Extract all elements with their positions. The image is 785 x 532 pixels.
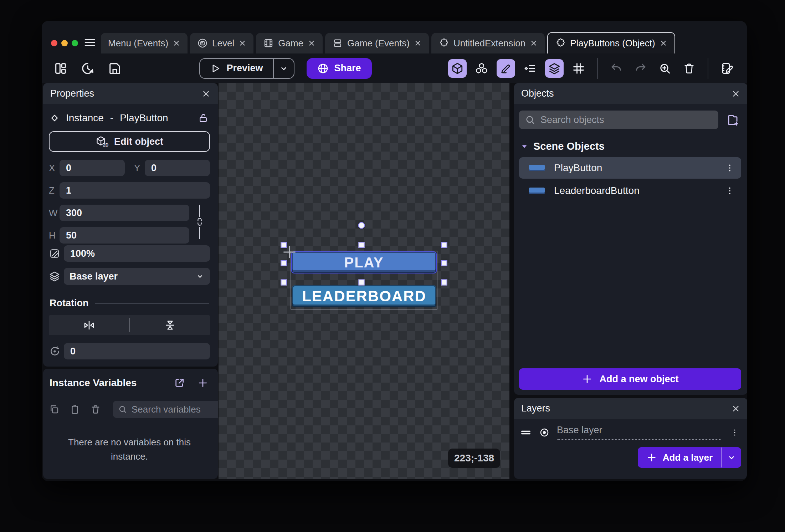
add-layer-main[interactable]: Add a layer: [638, 452, 721, 463]
rotation-handle[interactable]: [358, 222, 365, 229]
main-menu-icon[interactable]: [84, 36, 96, 48]
add-folder-icon[interactable]: [725, 112, 741, 128]
object-row-leaderboardbutton[interactable]: LeaderboardButton: [519, 180, 741, 201]
layer-name-field[interactable]: Base layer: [557, 425, 721, 440]
objects-header: Objects: [514, 83, 747, 104]
layer-select[interactable]: Base layer: [64, 268, 210, 285]
minimize-window-button[interactable]: [61, 40, 68, 46]
z-input[interactable]: [60, 182, 210, 199]
edit-scene-properties-button[interactable]: [718, 59, 736, 78]
copy-icon[interactable]: [49, 403, 60, 415]
leaderboard-button-instance[interactable]: LEADERBOARD: [292, 285, 436, 307]
close-tab-icon[interactable]: [414, 39, 422, 47]
add-new-object-button[interactable]: Add a new object: [519, 368, 741, 390]
variables-search[interactable]: [113, 401, 218, 418]
preview-button[interactable]: Preview: [199, 58, 294, 79]
editor-content: Properties Instance - PlayButton 2D Edi: [42, 83, 747, 481]
resize-handle-bottom-right[interactable]: [441, 280, 447, 286]
share-button[interactable]: Share: [307, 58, 372, 79]
tab-level[interactable]: Level: [190, 33, 253, 53]
close-tab-icon[interactable]: [173, 39, 180, 47]
tab-strip: Menu (Events) Level Game Game (Events) U: [101, 33, 678, 53]
scene-canvas[interactable]: PLAY LEADERBOARD 223;-138: [219, 83, 509, 479]
delete-variable-icon[interactable]: [90, 403, 101, 415]
rotation-input[interactable]: [64, 343, 210, 359]
edit-object-button[interactable]: 2D Edit object: [49, 131, 210, 152]
height-input[interactable]: [60, 227, 189, 244]
opacity-input[interactable]: [64, 245, 210, 262]
resize-handle-bottom-left[interactable]: [281, 280, 287, 286]
add-layer-button[interactable]: Add a layer: [638, 447, 741, 468]
lock-ratio-toggle[interactable]: [189, 205, 210, 244]
panels-layout-icon[interactable]: [52, 60, 69, 77]
resize-handle-bottom-center[interactable]: [359, 280, 365, 286]
objects-panel-toggle[interactable]: [448, 59, 467, 78]
main-toolbar: Preview Share: [42, 53, 747, 83]
resize-handle-top-right[interactable]: [441, 242, 447, 248]
layer-row-base[interactable]: Base layer: [514, 419, 747, 440]
maximize-window-button[interactable]: [72, 40, 78, 46]
width-input[interactable]: [60, 205, 189, 221]
close-window-button[interactable]: [51, 40, 57, 46]
resize-handle-middle-left[interactable]: [281, 260, 287, 266]
opacity-icon: [49, 248, 64, 259]
close-tab-icon[interactable]: [308, 39, 315, 47]
zoom-button[interactable]: [656, 59, 674, 78]
edit-object-label: Edit object: [114, 136, 163, 147]
grid-icon: [572, 62, 585, 75]
object-menu-icon[interactable]: [723, 184, 736, 197]
resize-handle-top-center[interactable]: [359, 242, 365, 248]
layers-panel-toggle[interactable]: [545, 59, 564, 78]
close-tab-icon[interactable]: [660, 39, 667, 47]
close-tab-icon[interactable]: [530, 39, 538, 47]
tab-game[interactable]: Game: [256, 33, 323, 53]
play-button-instance[interactable]: PLAY: [291, 251, 437, 273]
y-input[interactable]: [145, 160, 210, 176]
close-panel-icon[interactable]: [201, 89, 211, 98]
preview-dropdown-button[interactable]: [274, 64, 294, 73]
tab-label: Level: [212, 38, 234, 49]
flip-vertical-button[interactable]: [130, 315, 210, 335]
resize-handle-middle-right[interactable]: [441, 260, 447, 266]
redo-icon: [634, 62, 647, 75]
variables-empty-message: There are no variables on this instance.: [49, 435, 210, 464]
object-row-playbutton[interactable]: PlayButton: [519, 157, 741, 179]
edit-mode-toggle[interactable]: [497, 59, 515, 78]
objects-search-input[interactable]: [540, 114, 713, 126]
lock-toggle[interactable]: [197, 112, 209, 124]
close-panel-icon[interactable]: [731, 404, 740, 413]
instances-list-toggle[interactable]: [521, 59, 539, 78]
layer-icon: [49, 271, 64, 282]
add-layer-dropdown[interactable]: [722, 453, 741, 462]
history-icon[interactable]: [79, 60, 96, 77]
add-variable-button[interactable]: [196, 377, 209, 389]
delete-button[interactable]: [680, 59, 698, 78]
variables-search-input[interactable]: [132, 404, 218, 415]
open-variables-editor-button[interactable]: [173, 377, 186, 389]
close-panel-icon[interactable]: [731, 89, 740, 98]
close-tab-icon[interactable]: [238, 39, 246, 47]
objects-search[interactable]: [519, 111, 718, 129]
drag-handle-icon[interactable]: [520, 426, 532, 439]
flip-horizontal-button[interactable]: [49, 315, 129, 335]
grid-toggle[interactable]: [569, 59, 588, 78]
layer-menu-icon[interactable]: [728, 426, 741, 439]
scene-objects-group[interactable]: Scene Objects: [520, 140, 741, 152]
undo-button[interactable]: [607, 59, 626, 78]
tab-game-events[interactable]: Game (Events): [325, 33, 429, 53]
tab-playbuttons-object[interactable]: PlayButtons (Object): [547, 32, 675, 53]
save-icon[interactable]: [107, 60, 123, 77]
objects-body: Scene Objects PlayButton LeaderboardButt…: [514, 104, 747, 395]
instance-variables-panel: Instance Variables: [43, 369, 218, 479]
paste-icon[interactable]: [70, 403, 80, 415]
object-groups-toggle[interactable]: [472, 59, 491, 78]
object-menu-icon[interactable]: [723, 162, 736, 174]
layer-visibility-icon[interactable]: [539, 427, 550, 438]
search-icon: [525, 114, 535, 125]
preview-button-main[interactable]: Preview: [200, 63, 273, 74]
tab-untitled-extension[interactable]: UntitledExtension: [431, 33, 545, 53]
redo-button[interactable]: [631, 59, 650, 78]
x-input[interactable]: [60, 160, 125, 176]
object-thumbnail: [529, 188, 545, 194]
tab-menu-events[interactable]: Menu (Events): [101, 33, 188, 53]
